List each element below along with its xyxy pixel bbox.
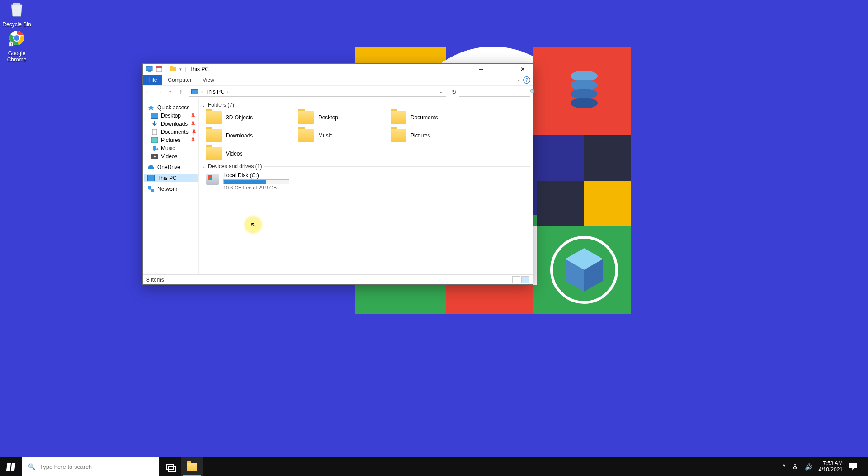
nav-pictures[interactable]: Pictures📌	[144, 136, 198, 144]
svg-rect-41	[151, 189, 154, 192]
address-dropdown-icon[interactable]: ⌄	[437, 90, 446, 94]
group-folders-header[interactable]: ⌄ Folders (7)	[202, 100, 530, 110]
tray-clock[interactable]: 7:53 AM 4/10/2021	[819, 461, 843, 473]
folder-pictures[interactable]: Pictures	[390, 128, 474, 143]
folder-label: Pictures	[410, 132, 430, 139]
svg-rect-24	[13, 3, 20, 5]
forward-button[interactable]: →	[154, 86, 165, 97]
search-icon: 🔍	[28, 463, 35, 470]
tab-view[interactable]: View	[197, 75, 220, 85]
chrome-icon[interactable]: Google Chrome	[0, 29, 33, 63]
chevron-down-icon[interactable]: ⌄	[202, 164, 205, 169]
pin-icon: 📌	[190, 128, 198, 136]
folder-3d-objects[interactable]: 3D Objects	[205, 110, 289, 125]
search-input[interactable]	[459, 89, 530, 95]
folder-downloads[interactable]: Downloads	[205, 128, 289, 143]
nav-network[interactable]: Network	[144, 185, 198, 193]
ribbon: File Computer View ⌄ ?	[143, 75, 533, 85]
status-item-count: 8 items	[146, 277, 164, 283]
chevron-right-icon[interactable]: ›	[227, 90, 229, 94]
folder-icon	[298, 129, 314, 142]
folder-desktop[interactable]: Desktop	[297, 110, 382, 125]
content-pane[interactable]: ⌄ Folders (7) 3D ObjectsDesktopDocuments…	[199, 98, 533, 274]
download-icon	[151, 121, 158, 127]
svg-rect-32	[156, 66, 162, 68]
video-icon	[151, 153, 158, 160]
tray-volume-icon[interactable]: 🔊	[805, 463, 812, 471]
group-drives-header[interactable]: ⌄ Devices and drives (1)	[202, 161, 530, 171]
folder-icon	[391, 111, 406, 124]
search-box[interactable]: 🔍	[459, 87, 530, 97]
search-icon[interactable]: 🔍	[530, 89, 537, 95]
chevron-right-icon[interactable]: ›	[201, 90, 203, 94]
taskbar-file-explorer[interactable]	[181, 457, 203, 476]
minimize-button[interactable]: ─	[471, 64, 491, 75]
windows-logo-icon	[6, 463, 16, 471]
svg-rect-40	[148, 186, 151, 189]
svg-rect-13	[537, 181, 584, 226]
window-title: This PC	[186, 66, 209, 72]
back-button[interactable]: ←	[143, 86, 154, 97]
nav-music[interactable]: Music	[144, 144, 198, 152]
tray-chevron-up-icon[interactable]: ^	[783, 463, 786, 471]
nav-downloads[interactable]: Downloads📌	[144, 120, 198, 128]
task-view-button[interactable]	[159, 457, 181, 476]
refresh-button[interactable]: ↻	[449, 89, 459, 95]
svg-rect-3	[446, 285, 536, 314]
svg-rect-33	[170, 67, 176, 71]
desktop-icon	[151, 113, 158, 119]
folder-icon	[206, 147, 222, 160]
drive-local-disk-c[interactable]: Local Disk (C:) 10.6 GB free of 29.9 GB	[205, 171, 290, 191]
action-center-icon[interactable]	[849, 463, 857, 471]
folder-label: Desktop	[318, 114, 338, 121]
qat-folder-icon[interactable]	[170, 66, 177, 73]
start-button[interactable]	[0, 457, 22, 476]
tab-computer[interactable]: Computer	[162, 75, 197, 85]
nav-onedrive[interactable]: OneDrive	[144, 163, 198, 171]
details-view-button[interactable]	[512, 276, 520, 283]
folder-videos[interactable]: Videos	[205, 146, 289, 161]
address-bar[interactable]: › This PC › ⌄	[189, 87, 446, 97]
nav-desktop[interactable]: Desktop📌	[144, 112, 198, 120]
nav-documents[interactable]: Documents📌	[144, 128, 198, 136]
folder-label: Music	[318, 132, 332, 139]
wallpaper-art-right	[537, 47, 631, 314]
taskbar-search[interactable]: 🔍 Type here to search	[22, 457, 159, 476]
folder-icon	[206, 111, 222, 124]
network-icon	[147, 186, 155, 192]
tray-network-icon[interactable]: 🖧	[792, 463, 798, 471]
qat-dropdown-icon[interactable]: ▾	[179, 67, 182, 71]
folder-icon	[391, 129, 406, 142]
tab-file[interactable]: File	[143, 75, 162, 85]
properties-icon[interactable]	[156, 66, 163, 73]
cursor-icon: ↖	[250, 221, 256, 229]
folder-icon	[298, 111, 314, 124]
svg-rect-30	[148, 71, 151, 72]
pin-icon: 📌	[189, 137, 197, 144]
nav-this-pc[interactable]: This PC	[144, 174, 198, 182]
system-tray: ^ 🖧 🔊 7:53 AM 4/10/2021	[783, 461, 868, 473]
close-button[interactable]: ✕	[512, 64, 533, 75]
nav-quick-access[interactable]: Quick access	[144, 104, 198, 112]
recent-dropdown[interactable]: ▾	[165, 86, 175, 97]
folder-icon	[206, 129, 222, 142]
ribbon-expand-icon[interactable]: ⌄	[517, 77, 520, 82]
maximize-button[interactable]: ☐	[491, 64, 512, 75]
folder-icon	[187, 463, 197, 471]
folder-label: 3D Objects	[226, 114, 253, 121]
title-bar[interactable]: | ▾ | This PC ─ ☐ ✕	[143, 64, 533, 75]
picture-icon	[151, 137, 158, 143]
nav-pane: Quick access Desktop📌 Downloads📌 Documen…	[143, 98, 199, 274]
tiles-view-button[interactable]	[521, 276, 529, 283]
svg-rect-37	[151, 137, 158, 143]
help-icon[interactable]: ?	[523, 76, 530, 84]
svg-rect-29	[146, 66, 152, 71]
nav-videos[interactable]: Videos	[144, 152, 198, 160]
recycle-bin-icon[interactable]: Recycle Bin	[0, 0, 33, 28]
folder-documents[interactable]: Documents	[390, 110, 474, 125]
breadcrumb-this-pc[interactable]: This PC	[205, 89, 225, 95]
folder-music[interactable]: Music	[297, 128, 382, 143]
drive-icon	[206, 174, 219, 185]
up-button[interactable]: ↑	[175, 86, 186, 97]
chevron-down-icon[interactable]: ⌄	[202, 103, 205, 108]
